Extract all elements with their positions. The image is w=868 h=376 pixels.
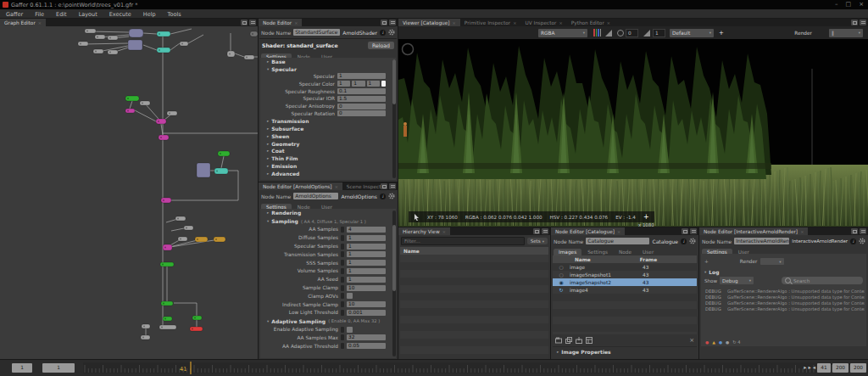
channel-dropdown[interactable]: RGBA ▾ [538,29,587,37]
menu-gaffer[interactable]: Gaffer [0,11,29,18]
info-icon[interactable]: ● [719,340,722,345]
collapse-triangle-icon[interactable]: ▸ [267,164,269,168]
close-tab-icon[interactable]: × [800,229,804,234]
graph-node[interactable] [192,316,202,320]
graph-node[interactable] [128,40,142,50]
collapse-triangle-icon[interactable]: ▸ [267,126,269,131]
close-tab-icon[interactable]: × [513,20,516,25]
load-image-icon[interactable] [555,337,562,344]
enable-toggle[interactable] [341,293,344,299]
node-name-field[interactable]: StandardSurface [293,29,340,36]
collapse-triangle-icon[interactable]: ▾ [267,67,269,71]
enable-toggle[interactable] [341,277,344,283]
info-icon[interactable]: i [380,194,386,199]
node-graph-canvas[interactable] [0,26,258,360]
float-panel-icon[interactable] [851,228,858,234]
render-control-button[interactable]: ‖ ▾ [829,29,863,37]
enable-toggle[interactable] [341,244,344,250]
close-tab-icon[interactable]: × [335,184,338,189]
warning-icon[interactable]: ▲ [712,340,715,345]
log-search-input[interactable]: Search [782,277,863,284]
collapse-triangle-icon[interactable]: ▾ [267,219,269,223]
node-name-field[interactable]: ArnoldOptions [293,193,338,199]
section-geometry[interactable]: Geometry [271,141,299,147]
step-forward-icon[interactable]: ▸ [808,362,810,373]
catalogue-image-row[interactable]: ↻image443 [553,286,697,294]
catalogue-image-row[interactable]: ○imageSnapshot143 [553,271,697,278]
float-panel-icon[interactable] [241,20,248,25]
graph-node[interactable] [167,111,177,115]
graph-node[interactable] [161,198,171,203]
close-tab-icon[interactable]: × [617,229,620,234]
graph-node[interactable] [142,324,150,328]
float-panel-icon[interactable] [851,20,858,25]
subtab-images[interactable]: Images [554,249,581,255]
refresh-count[interactable]: ↻ 4 [732,340,740,345]
param-field-specular-roughness[interactable]: 0.1 [337,88,386,94]
error-icon[interactable]: ● [705,340,709,345]
menu-layout[interactable]: Layout [73,11,103,18]
graph-node[interactable] [129,29,143,37]
graph-node[interactable] [125,109,135,113]
enable-toggle[interactable] [341,343,344,349]
tab-uv-inspector[interactable]: UV Inspector× [520,19,566,26]
subtab-node[interactable]: Node [614,249,637,255]
gear-icon[interactable] [388,193,395,199]
graph-node[interactable] [140,101,150,105]
enable-toggle[interactable] [341,235,344,241]
graph-node[interactable] [141,335,150,340]
close-tab-icon[interactable]: × [559,20,563,25]
timeline-ruler[interactable]: 41 [0,360,868,376]
section-coat[interactable]: Coat [271,148,284,154]
tab-node-editor-catalogue[interactable]: Node Editor [Catalogue] × [551,227,625,235]
log-level-dropdown[interactable]: Debug ▾ [720,277,754,284]
graph-node[interactable] [108,50,118,54]
sets-dropdown[interactable]: Sets ▾ [527,238,548,244]
enable-toggle[interactable] [341,227,344,233]
subtab-settings[interactable]: Settings [582,249,613,255]
enable-toggle[interactable] [341,301,344,307]
collapse-triangle-icon[interactable]: ▸ [267,59,269,64]
image-properties-section[interactable]: Image Properties [561,349,610,355]
close-tab-icon[interactable]: × [453,20,456,25]
scrollbar[interactable] [392,210,396,356]
info-icon[interactable]: i [681,239,687,244]
param-field-aa-adaptive-threshold[interactable]: 0.05 [347,343,386,349]
section-thin-film[interactable]: Thin Film [271,155,298,161]
gear-icon[interactable] [859,238,865,244]
section-emission[interactable]: Emission [271,163,297,169]
graph-node[interactable] [244,55,254,59]
float-panel-icon[interactable] [381,183,387,189]
collapse-triangle-icon[interactable]: ▸ [267,119,269,123]
render-state-dropdown[interactable]: ▾ [760,258,784,265]
tab-node-editor-arnoldoptions[interactable]: Node Editor [ArnoldOptions] × [259,182,342,190]
graph-node[interactable] [108,36,118,40]
export-image-icon[interactable] [576,337,582,344]
close-tab-icon[interactable]: × [442,229,446,234]
param-field-specular-rotation[interactable]: 0 [337,110,386,116]
panel-menu-icon[interactable] [690,228,697,234]
catalogue-image-row[interactable]: ◉imageSnapshot243 [553,278,697,286]
render-image[interactable] [398,39,868,227]
param-field-aa-seed[interactable]: 1 [347,277,386,283]
param-field-sss-samples[interactable]: 1 [347,260,386,266]
checkbox[interactable] [347,293,353,299]
graph-node[interactable] [93,49,103,53]
graph-node[interactable] [178,237,187,241]
section-rendering[interactable]: Rendering [271,210,301,216]
graph-node[interactable] [250,31,258,36]
panel-menu-icon[interactable] [249,20,256,25]
graph-node[interactable] [163,244,172,250]
subtab-user[interactable]: User [637,249,659,255]
enable-toggle[interactable] [341,285,344,291]
graph-nodes[interactable] [78,29,258,340]
menu-tools[interactable]: Tools [162,11,187,18]
collapse-triangle-icon[interactable]: ▾ [267,319,269,323]
param-field-volume-samples[interactable]: 1 [347,268,386,274]
panel-menu-icon[interactable] [860,20,866,25]
menu-help[interactable]: Help [137,11,162,18]
exposure-wedge-icon[interactable] [605,30,612,36]
menu-execute[interactable]: Execute [103,11,137,18]
catalogue-image-row[interactable]: ○image43 [553,263,697,271]
tab-python-editor[interactable]: Python Editor× [567,19,615,26]
